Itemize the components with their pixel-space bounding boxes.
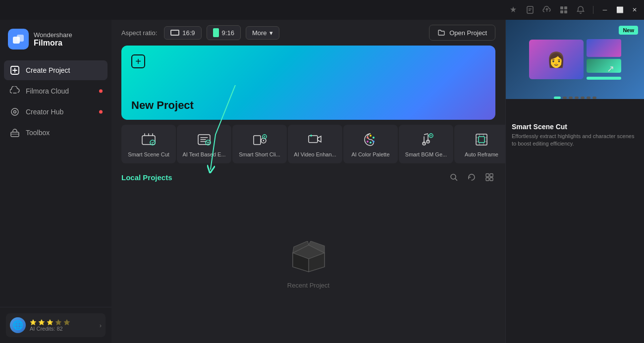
chevron-down-icon: ▾ bbox=[269, 29, 273, 37]
separator bbox=[593, 6, 593, 14]
clipboard-icon[interactable] bbox=[526, 5, 535, 14]
sidebar-item-label: Toolbox bbox=[26, 129, 50, 137]
ai-tool-smart-scene-cut[interactable]: Smart Scene Cut bbox=[121, 125, 176, 163]
sidebar-nav: Create Project Filmora Cloud bbox=[0, 60, 111, 277]
dot-7[interactable] bbox=[592, 97, 596, 99]
ai-tool-label: Smart Scene Cut bbox=[128, 151, 169, 157]
svg-rect-4 bbox=[564, 10, 567, 13]
ratio-16-9-button[interactable]: 16:9 bbox=[164, 26, 201, 40]
svg-point-9 bbox=[14, 111, 16, 113]
dot-2[interactable] bbox=[563, 97, 567, 99]
sidebar-item-filmora-cloud[interactable]: Filmora Cloud bbox=[4, 81, 107, 101]
more-button[interactable]: More ▾ bbox=[246, 26, 279, 40]
ai-tool-color-palette[interactable]: AI Color Palette bbox=[343, 125, 398, 163]
ai-credits-info: ⭐⭐⭐⭐⭐ AI Credits: 82 bbox=[30, 319, 96, 332]
svg-rect-6 bbox=[17, 35, 24, 42]
refresh-projects-button[interactable] bbox=[466, 171, 478, 183]
toolbar: Aspect ratio: 16:9 9:16 More ▾ Open Proj… bbox=[111, 20, 505, 46]
open-project-label: Open Project bbox=[449, 29, 487, 37]
thumb-sm-1 bbox=[587, 39, 621, 57]
sidebar: Wondershare Filmora Create Project bbox=[0, 20, 111, 343]
sidebar-item-creator-hub[interactable]: Creator Hub bbox=[4, 102, 107, 122]
ratio-16-9-icon bbox=[170, 30, 179, 36]
local-projects-title: Local Projects bbox=[121, 173, 172, 182]
ai-tool-smart-short[interactable]: Smart Short Cli... bbox=[232, 125, 287, 163]
svg-rect-18 bbox=[309, 136, 318, 143]
open-project-button[interactable]: Open Project bbox=[429, 25, 495, 41]
svg-point-20 bbox=[373, 137, 375, 139]
auto-reframe-icon bbox=[473, 131, 490, 148]
color-palette-icon bbox=[362, 131, 379, 148]
svg-point-24 bbox=[370, 142, 372, 144]
svg-point-23 bbox=[367, 141, 369, 143]
chevron-right-icon: › bbox=[100, 322, 102, 329]
main-content: Aspect ratio: 16:9 9:16 More ▾ Open Proj… bbox=[111, 20, 505, 343]
right-panel: 👩 ↗ New bbox=[505, 20, 644, 343]
ai-tool-video-enhance[interactable]: AI Video Enhan... bbox=[288, 125, 342, 163]
creator-hub-icon bbox=[10, 107, 20, 117]
close-button[interactable]: ✕ bbox=[631, 6, 638, 13]
bell-icon[interactable] bbox=[576, 5, 585, 14]
ai-tool-text-based[interactable]: AI Text Based E... bbox=[177, 125, 231, 163]
ai-tool-label: Smart BGM Ge... bbox=[405, 151, 447, 157]
sidebar-item-create-project[interactable]: Create Project bbox=[4, 60, 107, 80]
cloud-upload-icon[interactable] bbox=[542, 5, 551, 14]
title-bar: ─ ⬜ ✕ bbox=[0, 0, 644, 20]
video-enhance-icon bbox=[306, 131, 324, 148]
notification-dot bbox=[99, 110, 103, 114]
svg-rect-28 bbox=[476, 134, 487, 145]
empty-state-label: Recent Project bbox=[287, 282, 329, 289]
featured-dots bbox=[554, 97, 596, 99]
featured-info: Smart Scene Cut Effortlessly extract hig… bbox=[506, 119, 644, 152]
bgm-icon bbox=[417, 131, 435, 148]
dot-6[interactable] bbox=[587, 97, 590, 99]
svg-rect-32 bbox=[490, 174, 493, 177]
globe-icon: 🌐 bbox=[10, 317, 26, 333]
new-project-banner[interactable]: + New Project bbox=[121, 46, 495, 120]
dot-5[interactable] bbox=[581, 97, 585, 99]
ai-credits-widget[interactable]: 🌐 ⭐⭐⭐⭐⭐ AI Credits: 82 › bbox=[6, 313, 106, 337]
featured-thumb-stack bbox=[587, 39, 621, 80]
ai-tools-row: Smart Scene Cut AI Text Based E... bbox=[111, 125, 505, 163]
folder-icon bbox=[437, 29, 445, 37]
featured-card: 👩 ↗ New bbox=[506, 20, 644, 119]
sidebar-footer: 🌐 ⭐⭐⭐⭐⭐ AI Credits: 82 › bbox=[0, 307, 111, 343]
maximize-button[interactable]: ⬜ bbox=[616, 6, 623, 13]
svg-rect-34 bbox=[490, 178, 493, 181]
ratio-9-16-label: 9:16 bbox=[222, 29, 234, 37]
toolbar-right: Open Project bbox=[429, 25, 495, 41]
ratio-9-16-button[interactable]: 9:16 bbox=[207, 25, 241, 40]
banner-wrapper: + New Project bbox=[121, 46, 495, 120]
logo-icon bbox=[8, 29, 29, 49]
text-based-icon bbox=[195, 131, 213, 148]
svg-rect-2 bbox=[564, 6, 567, 9]
create-project-icon bbox=[10, 65, 20, 75]
dot-4[interactable] bbox=[575, 97, 579, 99]
ai-tool-label: AI Video Enhan... bbox=[294, 151, 336, 157]
grid-view-button[interactable] bbox=[483, 171, 495, 183]
ai-tool-auto-reframe[interactable]: Auto Reframe bbox=[454, 125, 505, 163]
svg-rect-33 bbox=[486, 178, 489, 181]
cursor-icon: ↗ bbox=[607, 63, 614, 74]
app-logo: Wondershare Filmora bbox=[0, 20, 111, 60]
ai-stars: ⭐⭐⭐⭐⭐ bbox=[30, 319, 96, 326]
new-project-plus-icon: + bbox=[131, 54, 145, 68]
apps-icon[interactable] bbox=[559, 5, 568, 14]
ai-tool-label: Auto Reframe bbox=[465, 151, 498, 157]
dot-3[interactable] bbox=[569, 97, 573, 99]
svg-point-8 bbox=[11, 108, 18, 115]
notification-icon[interactable] bbox=[509, 5, 518, 14]
more-label: More bbox=[252, 29, 267, 37]
svg-rect-0 bbox=[527, 6, 533, 13]
ratio-16-9-label: 16:9 bbox=[182, 29, 195, 37]
ai-tool-label: AI Color Palette bbox=[351, 151, 389, 157]
aspect-ratio-label: Aspect ratio: bbox=[121, 29, 157, 37]
sidebar-item-toolbox[interactable]: Toolbox bbox=[4, 123, 107, 143]
window-controls: ─ ⬜ ✕ bbox=[509, 5, 638, 14]
dot-1[interactable] bbox=[554, 97, 561, 99]
minimize-button[interactable]: ─ bbox=[601, 6, 608, 13]
sidebar-item-label: Create Project bbox=[26, 66, 70, 74]
featured-thumb-large: 👩 bbox=[529, 40, 584, 79]
search-projects-button[interactable] bbox=[448, 171, 460, 183]
ai-tool-bgm[interactable]: Smart BGM Ge... bbox=[399, 125, 453, 163]
